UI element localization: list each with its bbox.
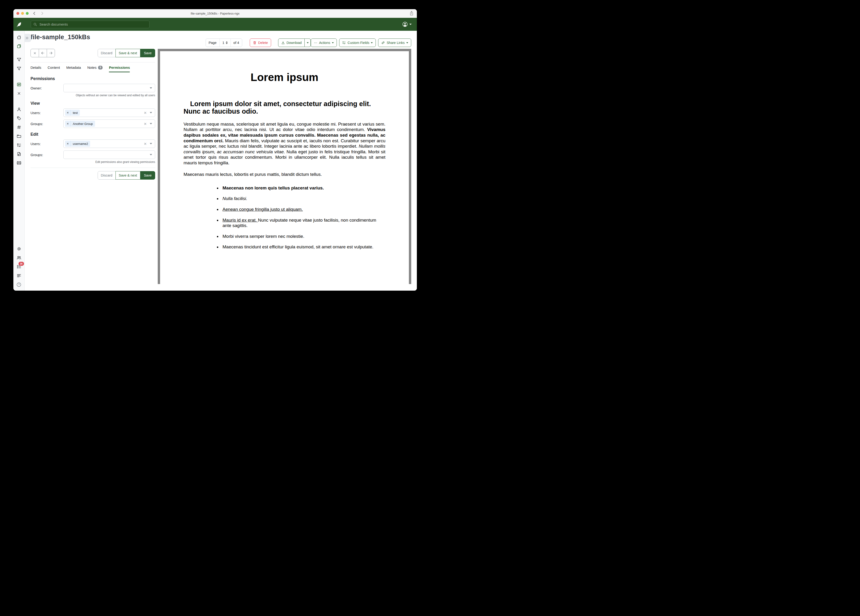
share-links-button[interactable]: Share Links [378, 39, 411, 47]
chevron-down-icon [332, 42, 334, 43]
save-button[interactable]: Save [140, 171, 155, 179]
sidebar-item-storage-paths[interactable] [16, 134, 22, 139]
doc-subheading: Lorem ipsum dolor sit amet, consectetur … [184, 100, 385, 115]
share-icon[interactable] [410, 11, 414, 16]
pdf-page: Lorem ipsum Lorem ipsum dolor sit amet, … [160, 51, 409, 284]
tab-details[interactable]: Details [30, 66, 41, 72]
user-menu[interactable] [402, 22, 412, 27]
edit-groups-select[interactable] [63, 151, 155, 159]
tab-notes[interactable]: Notes 5 [87, 66, 103, 72]
document-detail-pane: file-sample_150kBs [30, 31, 155, 179]
edit-users-select[interactable]: ✕ username2 ✕ [63, 140, 155, 148]
doc-bullet: Morbi viverra semper lorem nec molestie. [221, 234, 385, 239]
page-number-input[interactable]: 1 [220, 39, 231, 47]
sidebar-item-users-groups[interactable] [16, 255, 22, 261]
owner-select[interactable] [63, 84, 155, 92]
tasks-count-badge: 16 [19, 262, 24, 266]
detail-tabs: Details Content Metadata Notes 5 Permiss… [30, 66, 155, 72]
svg-text:?: ? [18, 283, 19, 286]
sidebar-item-saved-view-2[interactable] [16, 66, 22, 71]
tab-content[interactable]: Content [48, 66, 60, 72]
doc-bullet: Aenean congue fringilla justo ut aliquam… [221, 207, 385, 212]
page-count: of 4 [231, 39, 242, 47]
discard-button[interactable]: Discard [98, 171, 116, 179]
page-stepper[interactable] [226, 41, 228, 44]
sidebar-item-saved-view-1[interactable] [16, 57, 22, 63]
download-button[interactable]: Download [278, 39, 305, 47]
sidebar: 16 ? [13, 31, 25, 291]
notes-count-badge: 5 [98, 66, 103, 69]
close-window-button[interactable] [16, 12, 19, 15]
chevron-down-icon [150, 87, 152, 89]
sidebar-item-settings[interactable] [16, 246, 22, 251]
discard-button[interactable]: Discard [98, 49, 116, 57]
remove-chip-icon[interactable]: ✕ [65, 110, 71, 116]
app-header [13, 18, 417, 31]
sidebar-item-tags[interactable] [16, 115, 22, 121]
previous-document-button[interactable] [39, 49, 47, 57]
save-and-next-button[interactable]: Save & next [116, 171, 140, 179]
save-button[interactable]: Save [140, 49, 155, 57]
minimize-window-button[interactable] [21, 12, 24, 15]
clear-select-icon[interactable]: ✕ [144, 122, 147, 126]
app-window: file-sample_150kBs - Paperless-ngx [13, 9, 417, 291]
sidebar-item-documents[interactable] [16, 43, 22, 49]
document-nav-group [30, 49, 55, 57]
paperless-leaf-logo-icon[interactable] [13, 22, 25, 27]
next-document-button[interactable] [47, 49, 55, 57]
search-icon [33, 22, 37, 26]
zoom-window-button[interactable] [26, 12, 29, 15]
trash-icon [253, 41, 257, 45]
page-label: Page [206, 39, 220, 47]
chevron-down-icon [371, 42, 373, 43]
sidebar-expand-button[interactable] [25, 34, 31, 42]
sidebar-item-document-types[interactable] [16, 124, 22, 130]
macos-titlebar: file-sample_150kBs - Paperless-ngx [13, 9, 417, 18]
chevron-down-icon [410, 24, 412, 25]
selected-group-chip: ✕ Another Group [65, 121, 95, 127]
custom-fields-button[interactable]: Custom Fields [339, 39, 376, 47]
window-title: file-sample_150kBs - Paperless-ngx [191, 12, 239, 15]
owner-label: Owner: [30, 86, 63, 90]
sidebar-item-file[interactable] [16, 151, 22, 157]
clear-select-icon[interactable]: ✕ [144, 111, 147, 115]
search-bar[interactable] [31, 20, 149, 28]
owner-hint: Objects without an owner can be viewed a… [30, 94, 155, 97]
remove-chip-icon[interactable]: ✕ [65, 121, 71, 127]
search-input[interactable] [39, 22, 147, 27]
delete-button[interactable]: Delete [250, 39, 271, 47]
clear-select-icon[interactable]: ✕ [144, 142, 147, 146]
sidebar-item-open-document[interactable] [16, 82, 22, 87]
sidebar-item-help[interactable]: ? [16, 282, 22, 288]
user-avatar-icon [402, 22, 408, 27]
sidebar-item-mail[interactable] [16, 160, 22, 166]
sidebar-item-correspondents[interactable] [16, 107, 22, 112]
selected-user-chip: ✕ username2 [65, 141, 90, 147]
edit-section-heading: Edit [30, 132, 155, 137]
sidebar-item-custom-fields[interactable] [16, 142, 22, 148]
chevron-down-icon [150, 154, 152, 156]
doc-bullet: Mauris id ex erat. Nunc vulputate neque … [221, 217, 385, 228]
view-users-select[interactable]: ✕ test ✕ [63, 108, 155, 117]
save-and-next-button[interactable]: Save & next [116, 49, 140, 57]
actions-button[interactable]: Actions [311, 39, 337, 47]
tab-permissions[interactable]: Permissions [109, 66, 130, 72]
remove-chip-icon[interactable]: ✕ [65, 141, 71, 147]
close-document-button[interactable] [31, 49, 39, 57]
doc-bullet: Maecenas tincidunt est efficitur ligula … [221, 244, 385, 250]
divider [30, 62, 155, 63]
permissions-section-heading: Permissions [30, 76, 155, 81]
sidebar-item-logs[interactable] [16, 273, 22, 278]
download-options-button[interactable] [304, 39, 311, 47]
doc-paragraph: Maecenas mauris lectus, lobortis et puru… [184, 171, 385, 177]
history-forward-icon[interactable] [41, 11, 44, 15]
history-back-icon[interactable] [33, 11, 36, 15]
view-section-heading: View [30, 101, 155, 106]
view-groups-select[interactable]: ✕ Another Group ✕ [63, 119, 155, 128]
ellipsis-icon [314, 41, 317, 45]
sidebar-item-tasks[interactable]: 16 [16, 264, 22, 269]
sidebar-close-all-icon[interactable] [16, 91, 22, 96]
sidebar-item-dashboard[interactable] [16, 35, 22, 40]
tab-metadata[interactable]: Metadata [66, 66, 81, 72]
pdf-viewer[interactable]: Lorem ipsum Lorem ipsum dolor sit amet, … [158, 49, 411, 284]
